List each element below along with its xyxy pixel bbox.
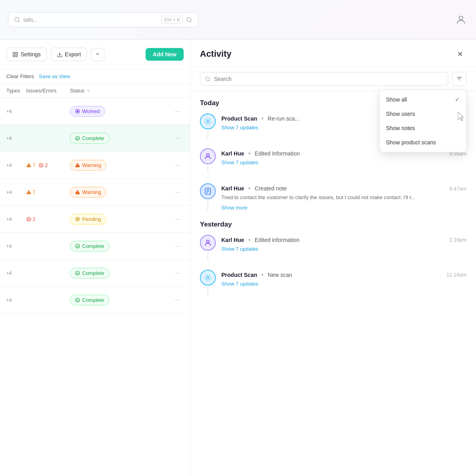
svg-point-45: [207, 240, 209, 243]
scan-avatar-icon: [204, 117, 212, 125]
activity-time: 8.47am: [449, 186, 466, 192]
settings-button[interactable]: Settings: [6, 48, 47, 61]
show-updates-button[interactable]: Show 7 updates: [221, 159, 258, 165]
save-as-view-button[interactable]: Save as View: [39, 73, 70, 79]
status-badge: Complete: [70, 133, 109, 144]
svg-point-21: [29, 193, 29, 194]
clear-filters-button[interactable]: Clear Filters: [6, 73, 34, 79]
svg-point-39: [207, 121, 209, 123]
row-status: Warning: [70, 187, 172, 198]
col-status-header[interactable]: Status: [70, 88, 91, 94]
filter-button[interactable]: [452, 72, 466, 86]
activity-note: Tried to contact the customer to clarify…: [221, 194, 466, 202]
user-avatar[interactable]: [454, 13, 468, 27]
table-row: +4 Complete ···: [0, 233, 190, 260]
complete-icon: [75, 271, 80, 276]
scan-avatar-icon: [204, 274, 212, 282]
table-row: +4 Complete ···: [0, 287, 190, 314]
timeline-col: [200, 235, 216, 260]
add-new-button[interactable]: Add New: [146, 48, 184, 61]
svg-point-19: [77, 166, 78, 167]
timeline-line: [207, 201, 208, 211]
row-more-button[interactable]: ···: [172, 189, 184, 196]
table-row: +4 Complete ···: [0, 260, 190, 287]
search-placeholder: tails...: [23, 17, 158, 23]
table-row: +4 7 2 Warning: [0, 152, 190, 179]
svg-point-46: [207, 276, 209, 278]
show-updates-button[interactable]: Show 7 updates: [221, 246, 258, 252]
col-issues-header: Issues/Errors: [26, 88, 70, 94]
note-avatar-icon: [204, 187, 212, 195]
row-status: Complete: [70, 241, 172, 251]
settings-icon: [12, 52, 18, 58]
warning-badge-icon: [75, 190, 80, 195]
show-updates-button[interactable]: Show 7 updates: [221, 281, 258, 287]
global-search[interactable]: tails... Ctrl + K: [8, 12, 198, 27]
filter-dropdown: Show all ✓ Show users Show notes Show pr…: [379, 90, 466, 152]
svg-point-31: [76, 298, 80, 302]
svg-rect-7: [13, 55, 15, 56]
activity-action: Edited information: [255, 237, 299, 243]
dropdown-item-show-notes[interactable]: Show notes: [380, 121, 466, 135]
avatar: [200, 183, 216, 199]
row-status: Pending: [70, 214, 172, 225]
status-badge: Warning: [70, 160, 106, 171]
activity-row-header: Karl Hue • Created note 8.47am: [221, 185, 466, 192]
export-button[interactable]: Export: [51, 48, 87, 61]
activity-row-header: Product Scan • New scan 11.18am: [221, 271, 466, 278]
row-more-button[interactable]: ···: [172, 243, 184, 250]
warning-count: 7: [26, 189, 35, 195]
dropdown-item-show-users[interactable]: Show users: [380, 107, 466, 121]
activity-item: Product Scan • New scan 11.18am Show 7 u…: [200, 270, 466, 295]
activity-search[interactable]: [200, 72, 448, 86]
row-more-button[interactable]: ···: [172, 270, 184, 277]
table-rows: +4 Worked ··· +4 Complete: [0, 98, 190, 476]
show-updates-button[interactable]: Show 7 updates: [221, 125, 258, 131]
search-filter-row: [190, 67, 476, 91]
dropdown-item-show-scans[interactable]: Show product scans: [380, 135, 466, 150]
row-more-button[interactable]: ···: [172, 162, 184, 169]
row-issues: 2: [26, 216, 70, 222]
row-status: Worked: [70, 106, 172, 117]
svg-rect-6: [16, 52, 17, 54]
export-dropdown-button[interactable]: [91, 48, 104, 61]
status-badge: Complete: [70, 268, 109, 278]
warn-icon: [26, 163, 31, 168]
activity-action: Created note: [255, 185, 287, 192]
row-more-button[interactable]: ···: [172, 216, 184, 223]
activity-content: Karl Hue • Edited information 2.19pm Sho…: [221, 235, 466, 260]
activity-row-header: Karl Hue • Edited information 2.19pm: [221, 236, 466, 244]
row-types: +4: [6, 136, 26, 141]
row-types: +4: [6, 271, 26, 276]
row-more-button[interactable]: ···: [172, 135, 184, 142]
cancel-icon: [26, 217, 31, 222]
svg-line-1: [18, 21, 19, 22]
svg-point-30: [76, 271, 80, 275]
svg-point-28: [77, 218, 78, 220]
activity-time: 2.19pm: [449, 237, 466, 243]
sort-icon: [86, 88, 91, 93]
row-more-button[interactable]: ···: [172, 297, 184, 304]
timeline-line: [207, 166, 208, 174]
svg-point-14: [29, 166, 29, 167]
activity-title: Activity: [200, 49, 454, 59]
row-types: +4: [6, 190, 26, 195]
activity-actor: Product Scan: [221, 115, 257, 122]
show-more-button[interactable]: Show more: [221, 205, 248, 211]
search-input[interactable]: [214, 76, 443, 82]
svg-point-4: [459, 16, 463, 19]
activity-time: 11.18am: [446, 272, 466, 278]
svg-point-11: [77, 111, 78, 112]
search-submit-icon: [186, 17, 192, 23]
dropdown-item-show-all[interactable]: Show all ✓: [380, 92, 466, 107]
svg-point-2: [187, 17, 191, 22]
warn-icon: [26, 190, 31, 195]
row-more-button[interactable]: ···: [172, 108, 184, 115]
search-shortcut: Ctrl + K: [161, 16, 183, 24]
close-button[interactable]: [454, 48, 466, 60]
row-types: +4: [6, 217, 26, 222]
search-icon: [14, 17, 20, 23]
activity-action: Re-run sca...: [268, 115, 299, 122]
add-new-label: Add New: [153, 51, 177, 58]
export-icon: [57, 52, 63, 58]
